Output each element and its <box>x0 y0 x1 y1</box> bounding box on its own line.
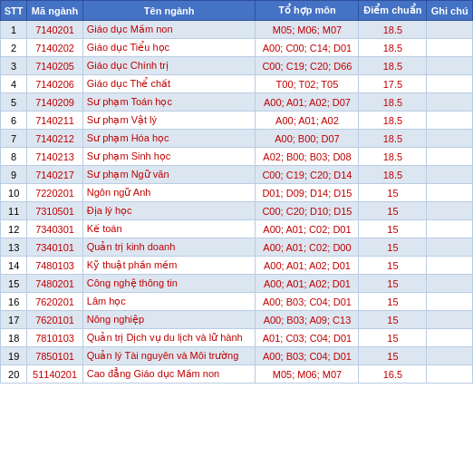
table-row: 187810103Quản trị Dịch vụ du lịch và lữ … <box>1 329 473 347</box>
cell-combo: A00; B03; A09; C13 <box>256 311 359 329</box>
cell-combo: A00; A01; A02; D01 <box>256 257 359 275</box>
cell-combo: A00; C00; C14; D01 <box>256 39 359 57</box>
cell-combo: A00; B03; C04; D01 <box>256 293 359 311</box>
cell-combo: D01; D09; D14; D15 <box>256 184 359 202</box>
cell-code: 7310501 <box>27 202 83 220</box>
cell-stt: 7 <box>1 130 27 148</box>
table-row: 177620101Nông nghiệpA00; B03; A09; C1315 <box>1 311 473 329</box>
cell-code: 7620101 <box>27 311 83 329</box>
cell-name: Ngôn ngữ Anh <box>82 184 256 202</box>
cell-code: 7480103 <box>27 257 83 275</box>
cell-name: Giáo dục Chính trị <box>82 57 256 75</box>
cell-name: Công nghệ thông tin <box>82 275 256 293</box>
cell-score: 18.5 <box>359 93 427 112</box>
cell-note <box>427 93 473 112</box>
cell-name: Kế toán <box>82 220 256 238</box>
cell-combo: A00; A01; C02; D00 <box>256 238 359 257</box>
cell-score: 18.5 <box>359 21 427 39</box>
cell-note <box>427 184 473 202</box>
cell-code: 7140205 <box>27 57 83 75</box>
cell-name: Quản trị Dịch vụ du lịch và lữ hành <box>82 329 256 347</box>
cell-combo: A00; A01; A02; D01 <box>256 275 359 293</box>
col-combo: Tổ hợp môn <box>256 1 359 21</box>
table-row: 157480201Công nghệ thông tinA00; A01; A0… <box>1 275 473 293</box>
cell-combo: A00; A01; A02; D07 <box>256 93 359 112</box>
cell-score: 18.5 <box>359 57 427 75</box>
table-row: 197850101Quản lý Tài nguyên và Môi trườn… <box>1 347 473 365</box>
cell-name: Quản lý Tài nguyên và Môi trường <box>82 347 256 365</box>
table-row: 137340101Quản trị kinh doanhA00; A01; C0… <box>1 238 473 257</box>
cell-combo: A00; A01; C02; D01 <box>256 220 359 238</box>
cell-score: 15 <box>359 220 427 238</box>
cell-stt: 15 <box>1 275 27 293</box>
cell-name: Sư phạm Vật lý <box>82 112 256 130</box>
cell-note <box>427 347 473 365</box>
cell-name: Địa lý học <box>82 202 256 220</box>
cell-note <box>427 39 473 57</box>
cell-code: 7140217 <box>27 166 83 184</box>
cell-code: 7480201 <box>27 275 83 293</box>
cell-note <box>427 75 473 93</box>
cell-name: Sư phạm Ngữ văn <box>82 166 256 184</box>
cell-score: 15 <box>359 311 427 329</box>
cell-name: Sư phạm Sinh học <box>82 148 256 166</box>
cell-stt: 18 <box>1 329 27 347</box>
cell-note <box>427 293 473 311</box>
cell-code: 51140201 <box>27 365 83 384</box>
cell-name: Lâm học <box>82 293 256 311</box>
cell-note <box>427 238 473 257</box>
cell-combo: A02; B00; B03; D08 <box>256 148 359 166</box>
cell-note <box>427 311 473 329</box>
cell-score: 16.5 <box>359 365 427 384</box>
cell-name: Giáo dục Thể chất <box>82 75 256 93</box>
cell-code: 7340301 <box>27 220 83 238</box>
cell-code: 7140211 <box>27 112 83 130</box>
cell-note <box>427 329 473 347</box>
cell-code: 7220201 <box>27 184 83 202</box>
cell-note <box>427 365 473 384</box>
cell-note <box>427 257 473 275</box>
cell-stt: 2 <box>1 39 27 57</box>
cell-stt: 13 <box>1 238 27 257</box>
cell-stt: 6 <box>1 112 27 130</box>
cell-stt: 9 <box>1 166 27 184</box>
table-row: 167620201Lâm họcA00; B03; C04; D0115 <box>1 293 473 311</box>
cell-code: 7850101 <box>27 347 83 365</box>
cell-score: 15 <box>359 257 427 275</box>
table-row: 47140206Giáo dục Thể chấtT00; T02; T0517… <box>1 75 473 93</box>
cell-score: 18.5 <box>359 39 427 57</box>
cell-code: 7140202 <box>27 39 83 57</box>
cell-combo: A00; B03; C04; D01 <box>256 347 359 365</box>
cell-stt: 10 <box>1 184 27 202</box>
cell-stt: 19 <box>1 347 27 365</box>
cell-stt: 3 <box>1 57 27 75</box>
cell-name: Cao đẳng Giáo dục Mầm non <box>82 365 256 384</box>
cell-score: 15 <box>359 184 427 202</box>
cell-note <box>427 220 473 238</box>
cell-code: 7620201 <box>27 293 83 311</box>
cell-combo: C00; C19; C20; D66 <box>256 57 359 75</box>
cell-score: 15 <box>359 275 427 293</box>
cell-code: 7810103 <box>27 329 83 347</box>
table-row: 87140213Sư phạm Sinh họcA02; B00; B03; D… <box>1 148 473 166</box>
cell-note <box>427 130 473 148</box>
cell-note <box>427 57 473 75</box>
cell-combo: M05; M06; M07 <box>256 365 359 384</box>
cell-code: 7340101 <box>27 238 83 257</box>
cell-stt: 8 <box>1 148 27 166</box>
cell-stt: 17 <box>1 311 27 329</box>
col-name: Tên ngành <box>82 1 256 21</box>
cell-combo: M05; M06; M07 <box>256 21 359 39</box>
table-row: 127340301Kế toánA00; A01; C02; D0115 <box>1 220 473 238</box>
cell-name: Nông nghiệp <box>82 311 256 329</box>
cell-score: 18.5 <box>359 130 427 148</box>
table-row: 117310501Địa lý họcC00; C20; D10; D1515 <box>1 202 473 220</box>
cell-note <box>427 21 473 39</box>
cell-note <box>427 275 473 293</box>
cell-score: 15 <box>359 329 427 347</box>
cell-note <box>427 148 473 166</box>
cell-score: 15 <box>359 238 427 257</box>
cell-note <box>427 202 473 220</box>
table-row: 27140202Giáo dục Tiểu họcA00; C00; C14; … <box>1 39 473 57</box>
cell-name: Kỹ thuật phần mềm <box>82 257 256 275</box>
